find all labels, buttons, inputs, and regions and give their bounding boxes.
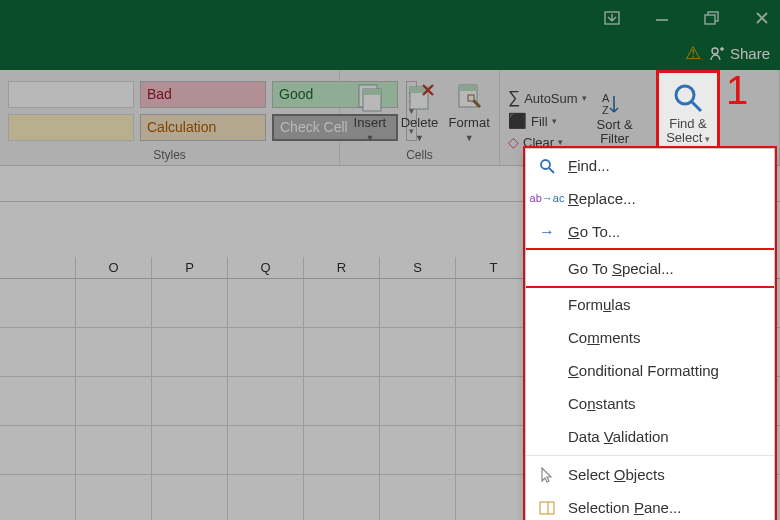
styles-caption: Styles [0, 146, 339, 165]
menu-goto[interactable]: → Go To... [526, 215, 774, 248]
app-root: ⚠ Share Bad Good Calculation Check [0, 0, 780, 520]
insert-label: Insert [354, 116, 387, 130]
cells-group: Insert ▼ Delete ▼ Format ▼ Cells [340, 70, 500, 165]
col-header[interactable]: S [380, 257, 456, 278]
svg-rect-3 [705, 15, 715, 24]
find-label: Find & [669, 116, 707, 131]
svg-point-15 [676, 86, 694, 104]
col-header[interactable]: R [304, 257, 380, 278]
sort-label: Sort & [597, 118, 633, 132]
menu-goto-label: o To... [580, 223, 621, 240]
menu-find[interactable]: Find... [526, 149, 774, 182]
svg-rect-17 [540, 502, 554, 514]
delete-button[interactable]: Delete ▼ [398, 79, 442, 143]
dropdown-icon: ▾ [582, 93, 587, 103]
menu-replace-label: eplace... [579, 190, 636, 207]
menu-conditional-formatting[interactable]: Conditional Formatting [526, 354, 774, 387]
cursor-icon [536, 467, 558, 483]
select-label: Select [666, 130, 702, 145]
style-neutral[interactable] [8, 114, 134, 141]
warning-icon: ⚠ [685, 42, 701, 64]
col-header[interactable]: O [76, 257, 152, 278]
svg-rect-7 [363, 89, 381, 95]
menu-selection-pane[interactable]: Selection Pane... [526, 491, 774, 520]
style-bad[interactable]: Bad [140, 81, 266, 108]
eraser-icon: ◇ [508, 134, 519, 150]
autosum-label: AutoSum [524, 91, 577, 106]
restore-button[interactable] [700, 6, 724, 30]
filter-label: Filter [600, 132, 629, 146]
replace-icon: ab→ac [536, 193, 558, 204]
dropdown-icon: ▼ [415, 133, 424, 143]
close-button[interactable] [750, 6, 774, 30]
menu-formulas[interactable]: Formulas [526, 288, 774, 321]
share-label: Share [730, 45, 770, 62]
fill-icon: ⬛ [508, 112, 527, 130]
dropdown-icon: ▾ [552, 116, 557, 126]
menu-comments[interactable]: Comments [526, 321, 774, 354]
autosum-button[interactable]: ∑ AutoSum ▾ [508, 88, 587, 108]
menu-data-validation[interactable]: Data Validation [526, 420, 774, 453]
menu-goto-special[interactable]: Go To Special... [526, 250, 774, 286]
styles-group: Bad Good Calculation Check Cell ▲ ▼ ▾ St… [0, 70, 340, 165]
delete-label: Delete [401, 116, 439, 130]
style-calculation[interactable]: Calculation [140, 114, 266, 141]
col-header[interactable]: Q [228, 257, 304, 278]
find-select-button[interactable]: Find &Select ▾ [656, 70, 720, 156]
col-header[interactable] [0, 257, 76, 278]
style-normal[interactable] [8, 81, 134, 108]
sort-filter-button[interactable]: AZ Sort & Filter [593, 90, 637, 147]
svg-rect-12 [468, 95, 474, 101]
cells-caption: Cells [340, 146, 499, 165]
dropdown-icon: ▼ [465, 133, 474, 143]
find-select-menu: Find... ab→ac Replace... → Go To... Go T… [525, 148, 775, 520]
menu-separator [526, 455, 774, 456]
minimize-button[interactable] [650, 6, 674, 30]
svg-text:A: A [602, 92, 610, 104]
col-header[interactable]: T [456, 257, 532, 278]
format-label: Format [449, 116, 490, 130]
fill-label: Fill [531, 114, 548, 129]
arrow-right-icon: → [536, 223, 558, 241]
dropdown-icon: ▼ [365, 133, 374, 143]
sigma-icon: ∑ [508, 88, 520, 108]
menu-constants[interactable]: Constants [526, 387, 774, 420]
svg-text:Z: Z [602, 104, 609, 116]
title-bar [0, 0, 780, 36]
annotation-1: 1 [726, 68, 748, 113]
col-header[interactable]: P [152, 257, 228, 278]
menu-find-label: ind... [577, 157, 610, 174]
menu-replace[interactable]: ab→ac Replace... [526, 182, 774, 215]
menu-select-objects[interactable]: Select Objects [526, 458, 774, 491]
share-bar: ⚠ Share [0, 36, 780, 70]
selection-pane-icon [536, 501, 558, 515]
dropdown-icon: ▾ [702, 134, 710, 144]
svg-rect-11 [459, 85, 477, 91]
dropdown-icon: ▾ [558, 137, 563, 147]
fill-button[interactable]: ⬛ Fill ▾ [508, 112, 587, 130]
magnifier-icon [671, 81, 705, 115]
share-button[interactable]: Share [709, 45, 770, 62]
svg-point-16 [541, 160, 550, 169]
menu-special-label: pecial... [622, 260, 674, 277]
magnifier-icon [536, 158, 558, 174]
ribbon-display-options-icon[interactable] [600, 6, 624, 30]
format-button[interactable]: Format ▼ [447, 79, 491, 143]
svg-point-4 [712, 48, 718, 54]
insert-button[interactable]: Insert ▼ [348, 79, 392, 143]
